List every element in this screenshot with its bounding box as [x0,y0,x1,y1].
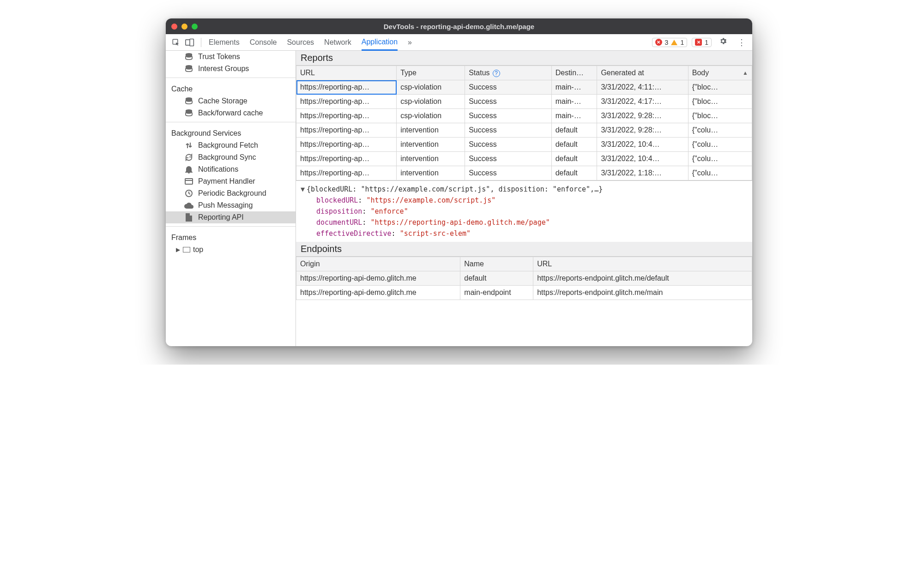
minimize-window-button[interactable] [181,24,187,30]
table-cell: 3/31/2022, 9:28:… [597,123,688,138]
table-row[interactable]: https://reporting-ap…interventionSuccess… [296,138,752,152]
table-cell: Success [465,95,552,109]
table-row[interactable]: https://reporting-ap…csp-violationSucces… [296,95,752,109]
table-cell: https://reporting-ap… [296,138,397,152]
col-url[interactable]: URL [296,66,397,80]
table-cell: default [460,271,533,286]
more-tabs-button[interactable]: » [408,34,410,50]
sidebar-item-background-fetch[interactable]: Background Fetch [166,139,296,151]
sidebar-item-periodic-background[interactable]: Periodic Background [166,187,296,199]
more-options-button[interactable]: ⋮ [735,37,749,48]
table-row[interactable]: https://reporting-ap…csp-violationSucces… [296,109,752,123]
tab-sources[interactable]: Sources [287,34,314,50]
col-type[interactable]: Type [397,66,465,80]
table-row[interactable]: https://reporting-ap…interventionSuccess… [296,166,752,180]
table-cell: default [551,138,597,152]
device-toolbar-button[interactable] [183,36,196,49]
sidebar-group-bgservices: Background Services [166,125,296,139]
sidebar-item-payment-handler[interactable]: Payment Handler [166,175,296,187]
card-icon [184,178,193,185]
table-row[interactable]: https://reporting-ap…csp-violationSucces… [296,80,752,95]
table-cell: Success [465,109,552,123]
sidebar-item-label: Background Fetch [198,141,258,150]
detail-property: disposition: "enforce" [301,206,748,217]
warning-icon [671,40,677,45]
col-destination[interactable]: Destin… [551,66,597,80]
sidebar-item-push-messaging[interactable]: Push Messaging [166,199,296,211]
inspect-element-button[interactable] [169,36,182,49]
table-cell: main-… [551,80,597,95]
table-row[interactable]: https://reporting-api-demo.glitch.memain… [296,286,752,300]
sidebar-item-trust-tokens[interactable]: Trust Tokens [166,51,296,63]
sidebar-item-reporting-api[interactable]: Reporting API [166,211,296,223]
table-cell: https://reporting-ap… [296,123,397,138]
col-status[interactable]: Status? [465,66,552,80]
panel-tabs: Elements Console Sources Network Applica… [209,34,410,50]
table-cell: Success [465,123,552,138]
table-cell: 3/31/2022, 1:18:… [597,166,688,180]
close-window-button[interactable] [171,24,177,30]
frame-icon [183,247,190,252]
tab-console[interactable]: Console [250,34,277,50]
sidebar-item-label: Interest Groups [198,65,249,73]
sidebar-item-interest-groups[interactable]: Interest Groups [166,63,296,75]
database-icon [184,109,193,117]
transfer-icon [184,141,193,150]
sidebar-item-label: Payment Handler [198,177,255,186]
sync-icon [184,153,193,162]
table-cell: Success [465,152,552,166]
table-row[interactable]: https://reporting-api-demo.glitch.medefa… [296,271,752,286]
frame-label: top [193,246,203,254]
settings-button[interactable] [716,37,730,48]
table-cell: Success [465,80,552,95]
tab-elements[interactable]: Elements [209,34,240,50]
tab-application[interactable]: Application [362,35,398,51]
detail-property: effectiveDirective: "script-src-elem" [301,228,748,239]
sidebar-item-notifications[interactable]: Notifications [166,163,296,175]
table-cell: https://reports-endpoint.glitch.me/main [533,286,752,300]
sidebar-item-bfcache[interactable]: Back/forward cache [166,107,296,119]
cloud-icon [184,202,193,209]
disclosure-triangle-icon: ▶ [176,246,180,253]
table-cell: default [551,123,597,138]
help-icon[interactable]: ? [493,70,500,77]
zoom-window-button[interactable] [192,24,198,30]
table-cell: 3/31/2022, 10:4… [597,138,688,152]
table-cell: intervention [397,166,465,180]
svg-rect-2 [190,39,193,46]
table-cell: https://reporting-api-demo.glitch.me [296,286,460,300]
sidebar-separator [166,78,296,78]
frame-item-top[interactable]: ▶ top [166,244,296,256]
panel-body: Trust Tokens Interest Groups Cache Cache… [166,51,752,346]
report-detail-pane: ▼{blockedURL: "https://example.com/scrip… [296,180,752,242]
sidebar-group-cache: Cache [166,81,296,95]
sidebar-item-label: Background Sync [198,153,256,162]
col-name[interactable]: Name [460,257,533,271]
database-icon [184,65,193,72]
col-generated-at[interactable]: Generated at [597,66,688,80]
issues-pill[interactable]: ✕ 1 [692,38,712,47]
table-cell: Success [465,138,552,152]
col-endpoint-url[interactable]: URL [533,257,752,271]
table-cell: 3/31/2022, 4:11:… [597,80,688,95]
table-row[interactable]: https://reporting-ap…interventionSuccess… [296,152,752,166]
col-body[interactable]: Body▲ [688,66,752,80]
table-cell: default [551,166,597,180]
tab-network[interactable]: Network [324,34,351,50]
table-cell: https://reporting-api-demo.glitch.me [296,271,460,286]
detail-property: blockedURL: "https://example.com/script.… [301,195,748,206]
clock-icon [184,189,193,198]
sidebar-item-background-sync[interactable]: Background Sync [166,151,296,163]
table-cell: https://reports-endpoint.glitch.me/defau… [533,271,752,286]
table-cell: default [551,152,597,166]
endpoints-header-row: Origin Name URL [296,257,752,271]
console-status-pill[interactable]: ✕ 3 1 [652,38,688,47]
table-cell: intervention [397,123,465,138]
table-cell: https://reporting-ap… [296,80,397,95]
sidebar-item-label: Back/forward cache [198,109,263,117]
table-row[interactable]: https://reporting-ap…interventionSuccess… [296,123,752,138]
sidebar-item-cache-storage[interactable]: Cache Storage [166,95,296,107]
detail-summary-line[interactable]: ▼{blockedURL: "https://example.com/scrip… [301,184,748,195]
col-origin[interactable]: Origin [296,257,460,271]
disclosure-triangle-icon: ▼ [301,185,305,193]
